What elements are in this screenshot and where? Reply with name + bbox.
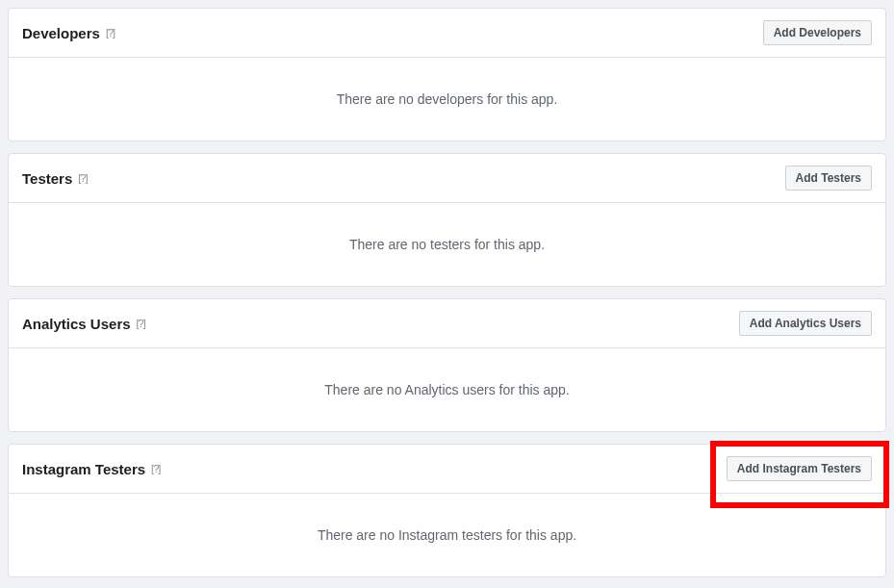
instagram-testers-header-left: Instagram Testers [?] [22, 461, 160, 477]
developers-header: Developers [?] Add Developers [9, 9, 885, 58]
developers-title: Developers [22, 25, 100, 41]
instagram-testers-section: Instagram Testers [?] Add Instagram Test… [8, 444, 886, 577]
analytics-users-header: Analytics Users [?] Add Analytics Users [9, 299, 885, 348]
developers-header-left: Developers [?] [22, 25, 115, 41]
analytics-users-title: Analytics Users [22, 316, 131, 332]
add-analytics-users-button[interactable]: Add Analytics Users [739, 311, 872, 336]
testers-title: Testers [22, 170, 72, 187]
instagram-testers-body: There are no Instagram testers for this … [9, 494, 885, 576]
developers-section: Developers [?] Add Developers There are … [8, 8, 886, 141]
analytics-users-empty-message: There are no Analytics users for this ap… [324, 382, 569, 397]
developers-empty-message: There are no developers for this app. [337, 91, 558, 107]
add-testers-button[interactable]: Add Testers [785, 166, 872, 191]
add-developers-button[interactable]: Add Developers [763, 20, 872, 45]
testers-section: Testers [?] Add Testers There are no tes… [8, 153, 886, 287]
testers-body: There are no testers for this app. [9, 203, 885, 286]
help-icon[interactable]: [?] [78, 172, 87, 184]
instagram-testers-header: Instagram Testers [?] Add Instagram Test… [9, 445, 885, 494]
help-icon[interactable]: [?] [151, 463, 160, 474]
testers-header: Testers [?] Add Testers [9, 154, 885, 203]
analytics-users-section: Analytics Users [?] Add Analytics Users … [8, 298, 886, 432]
analytics-users-header-left: Analytics Users [?] [22, 316, 145, 332]
developers-body: There are no developers for this app. [9, 58, 885, 141]
testers-header-left: Testers [?] [22, 170, 88, 187]
help-icon[interactable]: [?] [137, 318, 145, 329]
help-icon[interactable]: [?] [106, 27, 115, 38]
testers-empty-message: There are no testers for this app. [349, 237, 545, 252]
add-instagram-testers-button[interactable]: Add Instagram Testers [727, 456, 872, 481]
instagram-testers-empty-message: There are no Instagram testers for this … [318, 527, 576, 543]
instagram-testers-title: Instagram Testers [22, 461, 145, 477]
analytics-users-body: There are no Analytics users for this ap… [9, 348, 885, 431]
